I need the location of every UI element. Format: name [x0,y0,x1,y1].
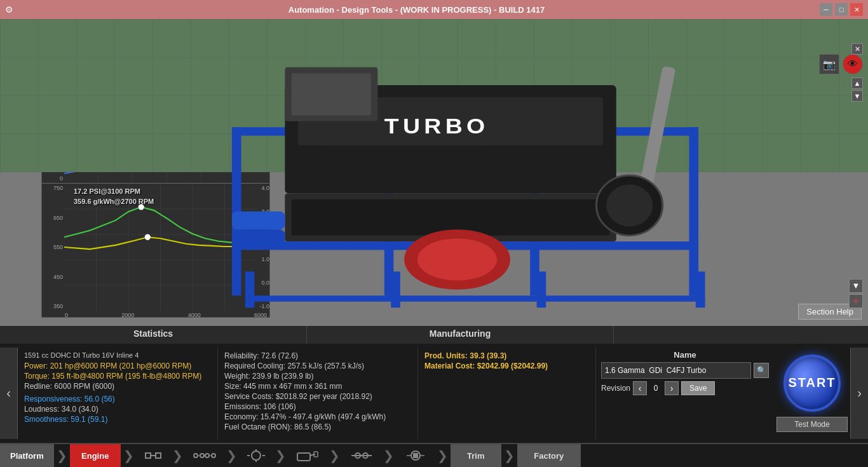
nav-chevron-2: ❯ [121,444,137,467]
svg-rect-73 [413,453,418,458]
nav-chevron-6: ❯ [327,444,342,467]
svg-rect-13 [232,212,285,229]
svg-rect-22 [537,271,546,308]
stats-columns: 1591 cc DOHC DI Turbo 16V Inline 4 Power… [18,348,774,440]
statistics-header: Statistics [0,326,307,344]
stats-right-arrow[interactable]: › [850,348,868,440]
nav-chevron-3: ❯ [170,444,186,467]
economy-stat: Economy: 15.47% - 497.4 g/kWh (497.4 g/k… [224,412,411,421]
svg-point-55 [200,454,204,457]
electronics-icon [404,449,427,462]
svg-rect-14 [232,229,285,247]
top-section: TURBO [0,19,868,326]
camera-icon-button[interactable]: 📷 [819,54,839,74]
svg-line-67 [310,454,315,456]
size-stat: Size: 445 mm x 467 mm x 361 mm [224,382,411,391]
engine-visual-svg: TURBO [0,19,868,326]
power-stat: Power: 201 hp@6000 RPM (201 hp@6000 RPM) [24,362,211,370]
nav-chevron-4: ❯ [224,444,240,467]
start-button[interactable]: START [783,355,841,412]
nav-icon-5[interactable] [342,444,381,467]
viewport-down-button[interactable]: ▼ [849,279,863,293]
fuel-icon [296,449,319,462]
engine-name-input[interactable] [601,362,751,379]
svg-rect-21 [391,271,400,308]
start-test-col: START Test Mode [774,348,850,440]
engine-desc: 1591 cc DOHC DI Turbo 16V Inline 4 [24,351,211,359]
prod-units: Prod. Units: 39.3 (39.3) [424,351,589,360]
test-mode-button[interactable]: Test Mode [776,417,848,432]
weight-stat: Weight: 239.9 lb (239.9 lb) [224,372,411,381]
title-bar-text: Automation - Design Tools - (WORK IN PRO… [13,5,820,15]
title-bar-controls: ─ □ ✕ [820,3,863,16]
scroll-up-button[interactable]: ▲ [851,78,863,89]
drivetrain-icon [193,450,216,461]
nav-icon-6[interactable] [397,444,435,467]
revision-next-button[interactable]: › [665,381,679,395]
minimize-button[interactable]: ─ [820,3,832,16]
revision-label: Revision [601,384,630,393]
svg-point-56 [205,454,209,457]
bottom-section: Statistics Manufacturing ‹ 1591 cc DOHC … [0,326,868,443]
save-button[interactable]: Save [681,381,715,395]
emissions-stat: Emissions: 106 (106) [224,402,411,411]
nav-chevron-7: ❯ [381,444,397,467]
svg-point-61 [252,451,261,460]
nav-chevron-8: ❯ [435,444,451,467]
svg-rect-20 [245,271,255,308]
bottom-nav: Platform ❯ Engine ❯ ❯ [0,443,868,467]
camera-icon: 📷 [823,58,836,71]
nav-factory[interactable]: Factory [517,444,581,467]
torque-stat: Torque: 195 ft-lb@4800 RPM (195 ft-lb@48… [24,372,211,381]
svg-point-54 [194,454,198,457]
name-icon-button[interactable]: 🔍 [754,363,769,378]
nav-icon-3[interactable] [240,444,273,467]
eye-icon: 👁 [848,58,858,70]
nav-chevron-5: ❯ [273,444,288,467]
viewport-expand-button[interactable]: ✛ [849,294,863,308]
nav-icon-2[interactable] [186,444,224,467]
redline-stat: Redline: 6000 RPM (6000) [24,382,211,391]
eye-icon-button[interactable]: 👁 [843,54,863,74]
svg-rect-66 [297,453,310,461]
viewport: TURBO [0,19,868,326]
close-viewport-button[interactable]: ✕ [851,43,863,55]
restore-button[interactable]: □ [835,3,848,16]
svg-rect-52 [156,453,161,458]
nav-icon-4[interactable] [288,444,327,467]
stats-header: Statistics Manufacturing [0,326,868,344]
revision-value: 0 [649,384,662,393]
title-bar: ⚙ Automation - Design Tools - (WORK IN P… [0,0,868,19]
name-start-col: Name 🔍 Revision ‹ 0 › Save [596,348,774,440]
scroll-down-button[interactable]: ▼ [851,90,863,102]
close-button[interactable]: ✕ [850,3,863,16]
revision-row: Revision ‹ 0 › Save [601,381,769,395]
nav-icon-1[interactable] [137,444,170,467]
svg-rect-23 [696,271,705,308]
loudness-stat: Loudness: 34.0 (34.0) [24,405,211,414]
stats-left-arrow[interactable]: ‹ [0,348,18,440]
nav-trim[interactable]: Trim [451,444,501,467]
revision-prev-button[interactable]: ‹ [633,381,647,395]
stats-content: ‹ 1591 cc DOHC DI Turbo 16V Inline 4 Pow… [0,344,868,443]
suspension-icon [350,449,373,462]
assist-icon [247,449,265,462]
search-icon: 🔍 [757,366,766,375]
nav-platform[interactable]: Platform [0,444,54,467]
responsiveness-stat: Responsiveness: 56.0 (56) [24,395,211,403]
svg-rect-51 [146,453,151,458]
bottom-nav-wrap: Platform ❯ Engine ❯ ❯ [0,444,868,467]
transmission-icon [144,450,162,461]
manufacturing-col: Prod. Units: 39.3 (39.3) Material Cost: … [418,348,596,440]
material-cost: Material Cost: $2042.99 ($2042.99) [424,362,589,370]
svg-point-57 [212,454,215,457]
nav-engine[interactable]: Engine [70,444,121,467]
manufacturing-header: Manufacturing [307,326,614,344]
name-label: Name [601,350,769,360]
svg-rect-16 [292,73,371,115]
svg-point-12 [417,238,497,280]
smoothness-stat: Smoothness: 59.1 (59.1) [24,415,211,424]
reliability-stat: Reliability: 72.6 (72.6) [224,351,411,360]
technical-stats-col: Reliability: 72.6 (72.6) Required Coolin… [218,348,418,440]
title-bar-icon: ⚙ [5,4,13,15]
